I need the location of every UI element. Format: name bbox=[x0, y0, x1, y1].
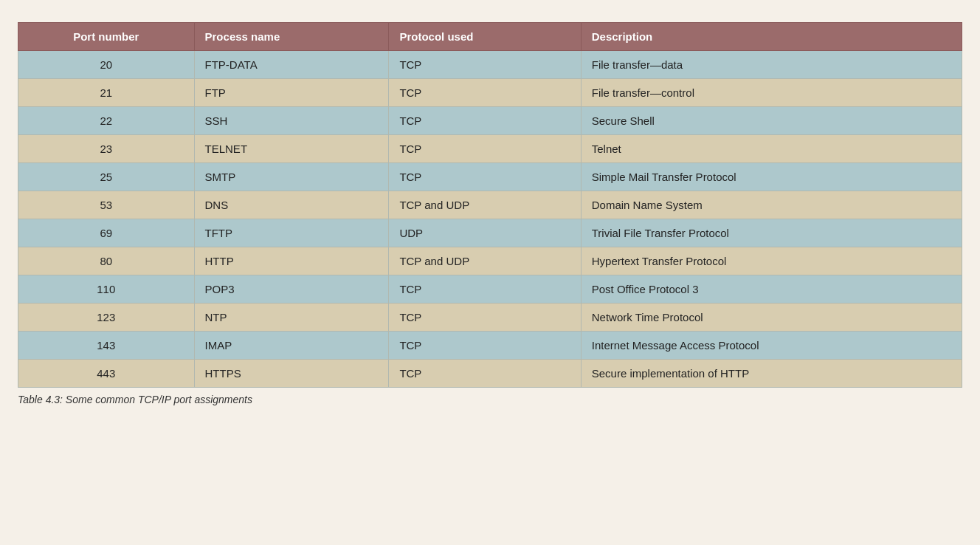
cell-description: Secure Shell bbox=[581, 107, 962, 135]
cell-process: FTP-DATA bbox=[194, 51, 389, 79]
col-header-process: Process name bbox=[194, 23, 389, 51]
table-row: 25SMTPTCPSimple Mail Transfer Protocol bbox=[18, 163, 962, 191]
cell-protocol: TCP bbox=[389, 79, 581, 107]
cell-protocol: TCP and UDP bbox=[389, 191, 581, 219]
table-row: 123NTPTCPNetwork Time Protocol bbox=[18, 304, 962, 332]
table-row: 443HTTPSTCPSecure implementation of HTTP bbox=[18, 360, 962, 388]
table-caption: Table 4.3: Some common TCP/IP port assig… bbox=[18, 394, 962, 405]
col-header-description: Description bbox=[581, 23, 962, 51]
cell-process: TFTP bbox=[194, 219, 389, 247]
cell-port: 143 bbox=[18, 332, 195, 360]
cell-port: 110 bbox=[18, 275, 195, 304]
cell-port: 443 bbox=[18, 360, 195, 388]
cell-description: Simple Mail Transfer Protocol bbox=[581, 163, 962, 191]
table-row: 80HTTPTCP and UDPHypertext Transfer Prot… bbox=[18, 247, 962, 275]
cell-protocol: TCP bbox=[389, 360, 581, 388]
cell-description: File transfer—control bbox=[581, 79, 962, 107]
cell-protocol: TCP bbox=[389, 163, 581, 191]
cell-process: NTP bbox=[194, 304, 389, 332]
cell-protocol: TCP bbox=[389, 51, 581, 79]
cell-protocol: TCP bbox=[389, 304, 581, 332]
table-header-row: Port number Process name Protocol used D… bbox=[18, 23, 962, 51]
cell-description: Hypertext Transfer Protocol bbox=[581, 247, 962, 275]
cell-process: FTP bbox=[194, 79, 389, 107]
page-container: Port number Process name Protocol used D… bbox=[18, 15, 962, 413]
cell-description: Network Time Protocol bbox=[581, 304, 962, 332]
cell-protocol: TCP and UDP bbox=[389, 247, 581, 275]
col-header-port: Port number bbox=[18, 23, 195, 51]
cell-description: File transfer—data bbox=[581, 51, 962, 79]
table-row: 53DNSTCP and UDPDomain Name System bbox=[18, 191, 962, 219]
table-row: 143IMAPTCPInternet Message Access Protoc… bbox=[18, 332, 962, 360]
cell-protocol: TCP bbox=[389, 275, 581, 304]
table-row: 69TFTPUDPTrivial File Transfer Protocol bbox=[18, 219, 962, 247]
cell-description: Telnet bbox=[581, 135, 962, 163]
cell-port: 22 bbox=[18, 107, 195, 135]
cell-process: HTTPS bbox=[194, 360, 389, 388]
cell-port: 21 bbox=[18, 79, 195, 107]
cell-process: POP3 bbox=[194, 275, 389, 304]
cell-process: HTTP bbox=[194, 247, 389, 275]
col-header-protocol: Protocol used bbox=[389, 23, 581, 51]
cell-port: 25 bbox=[18, 163, 195, 191]
cell-protocol: TCP bbox=[389, 135, 581, 163]
cell-process: TELNET bbox=[194, 135, 389, 163]
cell-port: 123 bbox=[18, 304, 195, 332]
cell-description: Secure implementation of HTTP bbox=[581, 360, 962, 388]
cell-protocol: TCP bbox=[389, 332, 581, 360]
cell-process: SMTP bbox=[194, 163, 389, 191]
cell-port: 23 bbox=[18, 135, 195, 163]
cell-port: 53 bbox=[18, 191, 195, 219]
table-row: 23TELNETTCPTelnet bbox=[18, 135, 962, 163]
cell-process: IMAP bbox=[194, 332, 389, 360]
table-row: 20FTP-DATATCPFile transfer—data bbox=[18, 51, 962, 79]
cell-process: DNS bbox=[194, 191, 389, 219]
cell-protocol: UDP bbox=[389, 219, 581, 247]
table-row: 110POP3TCPPost Office Protocol 3 bbox=[18, 275, 962, 304]
table-row: 21FTPTCPFile transfer—control bbox=[18, 79, 962, 107]
table-row: 22SSHTCPSecure Shell bbox=[18, 107, 962, 135]
cell-description: Domain Name System bbox=[581, 191, 962, 219]
cell-port: 80 bbox=[18, 247, 195, 275]
cell-protocol: TCP bbox=[389, 107, 581, 135]
cell-port: 69 bbox=[18, 219, 195, 247]
cell-description: Post Office Protocol 3 bbox=[581, 275, 962, 304]
port-table: Port number Process name Protocol used D… bbox=[18, 22, 962, 388]
cell-description: Trivial File Transfer Protocol bbox=[581, 219, 962, 247]
cell-port: 20 bbox=[18, 51, 195, 79]
cell-description: Internet Message Access Protocol bbox=[581, 332, 962, 360]
cell-process: SSH bbox=[194, 107, 389, 135]
